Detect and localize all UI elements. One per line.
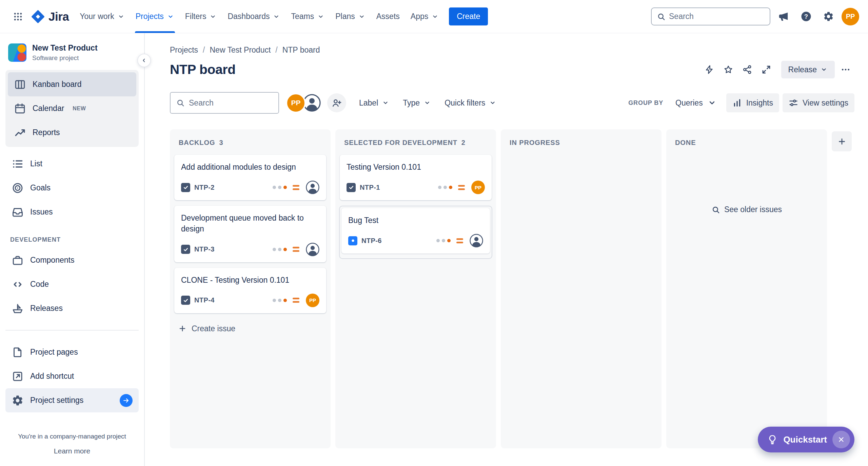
fullscreen-icon bbox=[761, 64, 771, 75]
quickstart-close-button[interactable] bbox=[832, 431, 850, 448]
add-people-button[interactable] bbox=[327, 93, 346, 112]
issue-card[interactable]: Development queue moved back to design N… bbox=[174, 206, 326, 262]
see-older-issues-link[interactable]: See older issues bbox=[711, 205, 782, 214]
nav-item-apps[interactable]: Apps bbox=[405, 0, 444, 33]
board-column-done: DONE See older issues bbox=[666, 129, 827, 448]
issue-card[interactable]: Add additional modules to design NTP-2 bbox=[174, 155, 326, 200]
filter-label-button[interactable]: Label bbox=[354, 93, 395, 112]
breadcrumb-item[interactable]: NTP board bbox=[282, 45, 320, 55]
priority-medium-icon bbox=[456, 238, 463, 243]
column-cards: Add additional modules to design NTP-2 D… bbox=[173, 155, 327, 319]
sliders-icon bbox=[789, 98, 798, 108]
create-button[interactable]: Create bbox=[449, 7, 488, 25]
releases-icon bbox=[12, 302, 24, 315]
assignee-avatar[interactable]: PP bbox=[471, 181, 485, 194]
sidebar-item-kanban-board[interactable]: Kanban board bbox=[8, 72, 136, 96]
code-icon bbox=[12, 278, 24, 291]
view-settings-button[interactable]: View settings bbox=[783, 93, 854, 112]
column-name: DONE bbox=[675, 139, 696, 147]
priority-medium-icon bbox=[293, 185, 299, 190]
chevron-down-icon bbox=[358, 13, 366, 20]
profile-avatar[interactable]: PP bbox=[842, 8, 859, 25]
member-avatar-pp[interactable]: PP bbox=[286, 93, 306, 113]
filter-quick-filters-button[interactable]: Quick filters bbox=[439, 93, 502, 112]
open-project-settings-button[interactable] bbox=[120, 394, 133, 407]
toolbar-right-cluster: GROUP BY Queries Insights View settings bbox=[628, 93, 854, 112]
sidebar-item-add-shortcut[interactable]: Add shortcut bbox=[5, 364, 139, 388]
create-issue-button[interactable]: Create issue bbox=[173, 319, 240, 339]
assignee-avatar[interactable] bbox=[306, 243, 319, 256]
sidebar-item-project-settings[interactable]: Project settings bbox=[5, 388, 139, 412]
sidebar-item-components[interactable]: Components bbox=[5, 248, 139, 272]
project-avatar bbox=[8, 43, 26, 62]
assignee-avatar[interactable] bbox=[306, 181, 319, 194]
app-switcher-button[interactable] bbox=[9, 7, 27, 26]
task-type-icon bbox=[181, 183, 190, 192]
create-issue-label: Create issue bbox=[192, 324, 235, 333]
share-button[interactable] bbox=[738, 61, 756, 78]
task-type-icon bbox=[181, 245, 190, 254]
nav-item-assets[interactable]: Assets bbox=[371, 0, 405, 33]
sidebar-item-issues[interactable]: Issues bbox=[5, 200, 139, 224]
project-name: New Test Product bbox=[32, 43, 98, 53]
search-icon bbox=[711, 205, 720, 214]
fullscreen-button[interactable] bbox=[757, 61, 775, 78]
nav-item-your-work[interactable]: Your work bbox=[74, 0, 130, 33]
issue-card[interactable]: Bug Test NTP-6 bbox=[341, 208, 490, 254]
nav-item-teams[interactable]: Teams bbox=[285, 0, 330, 33]
learn-more-link[interactable]: Learn more bbox=[54, 447, 90, 455]
task-type-icon bbox=[347, 183, 356, 192]
sidebar-item-code[interactable]: Code bbox=[5, 272, 139, 296]
person-avatar-icon bbox=[470, 234, 483, 247]
board-search[interactable] bbox=[170, 92, 279, 114]
nav-item-dashboards[interactable]: Dashboards bbox=[222, 0, 285, 33]
svg-text:?: ? bbox=[804, 13, 808, 20]
issue-card[interactable]: CLONE - Testing Version 0.101 NTP-4 PP bbox=[174, 268, 326, 313]
sidebar-item-label: Releases bbox=[30, 304, 63, 313]
more-button[interactable] bbox=[837, 61, 854, 78]
nav-item-projects[interactable]: Projects bbox=[130, 0, 180, 33]
star-button[interactable] bbox=[719, 61, 737, 78]
view-settings-label: View settings bbox=[803, 98, 848, 108]
quickstart-widget[interactable]: Quickstart bbox=[758, 427, 854, 452]
sidebar-item-label: Add shortcut bbox=[30, 372, 74, 381]
help-button[interactable]: ? bbox=[797, 7, 815, 26]
member-avatars: PP bbox=[286, 93, 346, 113]
column-header: SELECTED FOR DEVELOPMENT 2 bbox=[339, 133, 493, 155]
jira-home-link[interactable]: Jira bbox=[27, 9, 74, 24]
sidebar-item-reports[interactable]: Reports bbox=[8, 120, 136, 145]
column-name: IN PROGRESS bbox=[510, 139, 560, 147]
release-button[interactable]: Release bbox=[781, 61, 835, 78]
managed-project-note: You're in a company-managed project bbox=[0, 433, 144, 440]
sidebar-item-list[interactable]: List bbox=[5, 152, 139, 176]
assignee-avatar[interactable]: PP bbox=[306, 294, 319, 307]
card-drop-outline: Bug Test NTP-6 bbox=[339, 206, 492, 259]
nav-item-label: Assets bbox=[376, 12, 400, 21]
insights-button[interactable]: Insights bbox=[726, 93, 779, 112]
board-search-input[interactable] bbox=[189, 98, 273, 108]
filter-type-button[interactable]: Type bbox=[397, 93, 436, 112]
days-in-column-indicator bbox=[438, 186, 452, 189]
collapse-sidebar-button[interactable] bbox=[137, 54, 151, 67]
add-column-button[interactable] bbox=[832, 131, 852, 151]
sidebar-item-releases[interactable]: Releases bbox=[5, 296, 139, 320]
planning-section: List Goals Issues bbox=[5, 152, 139, 224]
automation-button[interactable] bbox=[701, 61, 718, 78]
nav-item-filters[interactable]: Filters bbox=[180, 0, 222, 33]
kanban-board: BACKLOG 3 Add additional modules to desi… bbox=[170, 129, 854, 448]
issue-card[interactable]: Testing Version 0.101 NTP-1 PP bbox=[340, 155, 492, 200]
group-by-value: Queries bbox=[675, 98, 703, 108]
global-search[interactable] bbox=[651, 7, 770, 25]
sidebar-item-goals[interactable]: Goals bbox=[5, 176, 139, 200]
sidebar-item-calendar[interactable]: Calendar NEW bbox=[8, 96, 136, 120]
announcements-button[interactable] bbox=[774, 7, 793, 26]
breadcrumb-item[interactable]: New Test Product bbox=[210, 45, 271, 55]
issue-card-footer: NTP-2 bbox=[181, 181, 319, 194]
settings-button[interactable] bbox=[819, 7, 837, 26]
breadcrumb-item[interactable]: Projects bbox=[170, 45, 198, 55]
group-by-queries-button[interactable]: Queries bbox=[669, 93, 723, 112]
assignee-avatar[interactable] bbox=[470, 234, 483, 247]
sidebar-item-project-pages[interactable]: Project pages bbox=[5, 340, 139, 364]
nav-item-plans[interactable]: Plans bbox=[330, 0, 371, 33]
global-search-input[interactable] bbox=[669, 12, 765, 21]
